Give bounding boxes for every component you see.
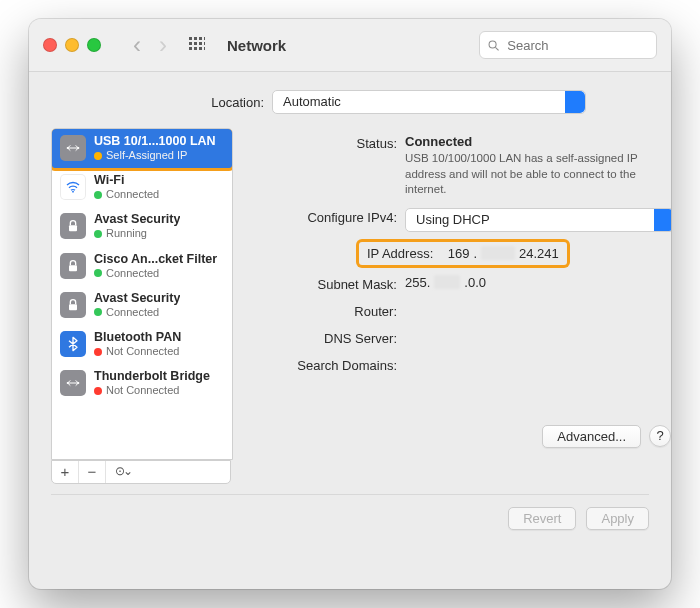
sidebar-item-status: Connected bbox=[106, 306, 159, 319]
subnet-mask-row: Subnet Mask: 255..0.0 bbox=[243, 275, 671, 292]
sidebar-item-label: Avast Security bbox=[94, 212, 180, 227]
svg-rect-8 bbox=[189, 47, 192, 50]
configure-ipv4-value: Using DHCP bbox=[416, 212, 490, 227]
svg-rect-20 bbox=[69, 304, 77, 310]
apply-button[interactable]: Apply bbox=[586, 507, 649, 530]
ip-address-row: IP Address: 169.24.241 bbox=[243, 242, 671, 265]
svg-rect-2 bbox=[199, 37, 202, 40]
wifi-icon bbox=[60, 174, 86, 200]
sidebar-item-label: Wi-Fi bbox=[94, 173, 159, 188]
search-field[interactable] bbox=[479, 31, 657, 59]
revert-button[interactable]: Revert bbox=[508, 507, 576, 530]
configure-ipv4-label: Configure IPv4: bbox=[243, 208, 405, 225]
status-description: USB 10/100/1000 LAN has a self-assigned … bbox=[405, 151, 655, 198]
service-actions-button[interactable]: ⊙⌄ bbox=[106, 461, 140, 483]
sidebar-item-wifi[interactable]: Wi-Fi Connected bbox=[52, 168, 232, 207]
status-value: Connected bbox=[405, 134, 671, 149]
svg-rect-5 bbox=[194, 42, 197, 45]
nav-buttons: ‹ › bbox=[133, 33, 167, 57]
help-button[interactable]: ? bbox=[649, 425, 671, 447]
main-content: USB 10/1...1000 LAN Self-Assigned IP Wi-… bbox=[29, 122, 671, 484]
window-title: Network bbox=[227, 37, 286, 54]
status-label: Status: bbox=[243, 134, 405, 151]
network-services-list: USB 10/1...1000 LAN Self-Assigned IP Wi-… bbox=[51, 128, 233, 460]
status-dot-icon bbox=[94, 348, 102, 356]
configure-ipv4-row: Configure IPv4: Using DHCP ▲▼ bbox=[243, 208, 671, 232]
svg-rect-11 bbox=[204, 47, 205, 50]
status-dot-icon bbox=[94, 387, 102, 395]
system-preferences-window: ‹ › Network Location: Automatic ▲▼ bbox=[29, 19, 671, 589]
svg-rect-4 bbox=[189, 42, 192, 45]
subnet-mask-value: 255..0.0 bbox=[405, 275, 486, 290]
sidebar-item-avast-2[interactable]: Avast Security Connected bbox=[52, 286, 232, 325]
configure-ipv4-popup[interactable]: Using DHCP ▲▼ bbox=[405, 208, 671, 232]
ip-address-highlight: IP Address: 169.24.241 bbox=[359, 242, 567, 265]
add-service-button[interactable]: + bbox=[52, 461, 79, 483]
lock-icon bbox=[60, 292, 86, 318]
router-label: Router: bbox=[243, 302, 405, 319]
titlebar: ‹ › Network bbox=[29, 19, 671, 72]
sidebar-item-cisco[interactable]: Cisco An...cket Filter Connected bbox=[52, 247, 232, 286]
sidebar-item-bluetooth[interactable]: Bluetooth PAN Not Connected bbox=[52, 325, 232, 364]
search-icon bbox=[488, 39, 499, 52]
sidebar-item-thunderbolt[interactable]: Thunderbolt Bridge Not Connected bbox=[52, 364, 232, 403]
svg-rect-6 bbox=[199, 42, 202, 45]
svg-point-12 bbox=[489, 40, 496, 47]
search-domains-row: Search Domains: bbox=[243, 356, 671, 373]
status-dot-icon bbox=[94, 308, 102, 316]
back-button[interactable]: ‹ bbox=[133, 33, 141, 57]
svg-rect-3 bbox=[204, 37, 205, 40]
svg-point-17 bbox=[72, 191, 74, 193]
minimize-window-button[interactable] bbox=[65, 38, 79, 52]
sidebar-item-label: Bluetooth PAN bbox=[94, 330, 181, 345]
window-controls bbox=[43, 38, 101, 52]
ip-address-value: 169.24.241 bbox=[448, 246, 559, 261]
ip-address-label: IP Address: bbox=[367, 246, 433, 261]
status-dot-icon bbox=[94, 269, 102, 277]
sidebar-item-status: Self-Assigned IP bbox=[106, 149, 187, 162]
sidebar-toolbar: + − ⊙⌄ bbox=[51, 460, 231, 484]
svg-rect-10 bbox=[199, 47, 202, 50]
network-services-panel: USB 10/1...1000 LAN Self-Assigned IP Wi-… bbox=[51, 128, 231, 484]
router-row: Router: bbox=[243, 302, 671, 319]
subnet-mask-label: Subnet Mask: bbox=[243, 275, 405, 292]
sidebar-item-label: USB 10/1...1000 LAN bbox=[94, 134, 216, 149]
sidebar-item-usb-lan[interactable]: USB 10/1...1000 LAN Self-Assigned IP bbox=[52, 129, 232, 168]
details-pane: Status: Connected USB 10/100/1000 LAN ha… bbox=[243, 128, 671, 484]
sidebar-item-status: Not Connected bbox=[106, 384, 179, 397]
close-window-button[interactable] bbox=[43, 38, 57, 52]
svg-rect-18 bbox=[69, 226, 77, 232]
advanced-button[interactable]: Advanced... bbox=[542, 425, 641, 448]
redacted-icon bbox=[434, 275, 460, 289]
sidebar-item-label: Avast Security bbox=[94, 291, 180, 306]
zoom-window-button[interactable] bbox=[87, 38, 101, 52]
redacted-icon bbox=[481, 246, 515, 260]
search-input[interactable] bbox=[505, 37, 648, 54]
ethernet-icon bbox=[60, 135, 86, 161]
location-label: Location: bbox=[114, 95, 264, 110]
location-row: Location: Automatic ▲▼ bbox=[29, 72, 671, 122]
bridge-icon bbox=[60, 370, 86, 396]
location-value: Automatic bbox=[283, 94, 341, 109]
sidebar-item-status: Connected bbox=[106, 267, 159, 280]
svg-line-13 bbox=[495, 47, 498, 50]
forward-button[interactable]: › bbox=[159, 33, 167, 57]
sidebar-item-status: Not Connected bbox=[106, 345, 179, 358]
status-dot-icon bbox=[94, 152, 102, 160]
sidebar-item-label: Thunderbolt Bridge bbox=[94, 369, 210, 384]
popup-arrows-icon: ▲▼ bbox=[569, 93, 581, 111]
sidebar-item-avast-1[interactable]: Avast Security Running bbox=[52, 207, 232, 246]
popup-arrows-icon: ▲▼ bbox=[658, 211, 670, 229]
svg-rect-1 bbox=[194, 37, 197, 40]
show-all-icon[interactable] bbox=[189, 37, 205, 53]
search-domains-label: Search Domains: bbox=[243, 356, 405, 373]
sidebar-item-label: Cisco An...cket Filter bbox=[94, 252, 217, 267]
dns-server-row: DNS Server: bbox=[243, 329, 671, 346]
svg-rect-0 bbox=[189, 37, 192, 40]
svg-rect-7 bbox=[204, 42, 205, 45]
lock-icon bbox=[60, 213, 86, 239]
svg-rect-9 bbox=[194, 47, 197, 50]
sidebar-item-status: Connected bbox=[106, 188, 159, 201]
remove-service-button[interactable]: − bbox=[79, 461, 106, 483]
location-popup[interactable]: Automatic ▲▼ bbox=[272, 90, 586, 114]
